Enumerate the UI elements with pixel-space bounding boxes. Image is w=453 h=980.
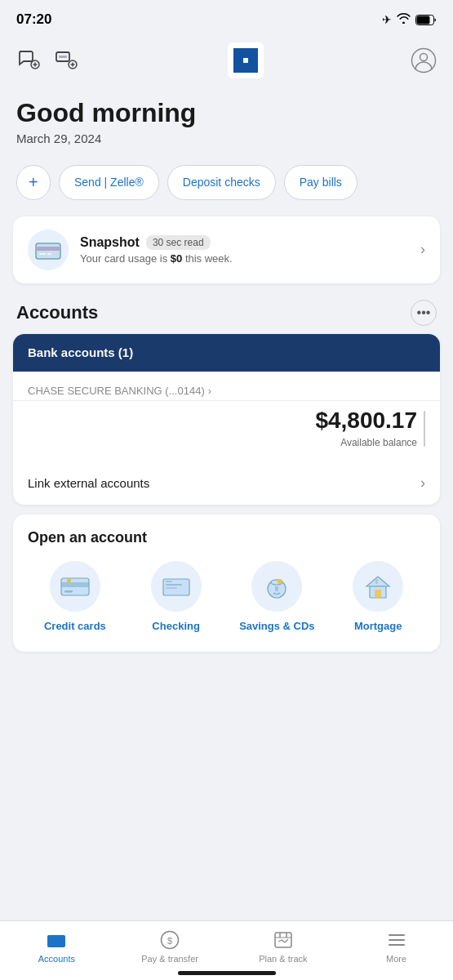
chase-logo: [228, 42, 264, 78]
link-external-label: Link external accounts: [28, 476, 149, 490]
pay-bills-button[interactable]: Pay bills: [284, 165, 358, 200]
svg-rect-41: [375, 579, 378, 584]
accounts-nav-icon: [46, 929, 67, 951]
svg-rect-1: [417, 16, 430, 24]
svg-rect-6: [59, 56, 67, 58]
status-time: 07:20: [16, 11, 51, 28]
svg-rect-44: [49, 942, 54, 944]
airplane-icon: ✈: [382, 13, 392, 26]
checking-icon: [151, 561, 202, 612]
greeting-text: Good morning: [16, 98, 437, 128]
plan-track-nav-label: Plan & track: [259, 954, 307, 964]
main-content: Snapshot 30 sec read Your card usage is …: [0, 210, 453, 742]
more-nav-icon: [386, 929, 407, 951]
open-account-title: Open an account: [28, 529, 425, 546]
savings-option[interactable]: Savings & CDs: [230, 561, 325, 634]
account-name: CHASE SECURE BANKING (...0144) ›: [28, 385, 425, 397]
accounts-section: Accounts ••• Bank accounts (1) CHASE SEC…: [13, 293, 440, 505]
account-balance: $4,800.17: [315, 408, 417, 434]
status-icons: ✈: [382, 13, 437, 26]
nav-left-icons: [16, 47, 80, 74]
snapshot-icon: [28, 229, 69, 270]
accounts-section-title: Accounts: [16, 302, 98, 323]
balance-divider: [424, 411, 425, 447]
snapshot-title: Snapshot 30 sec read: [80, 235, 233, 250]
action-bar: + Send | Zelle® Deposit checks Pay bills: [0, 152, 453, 210]
date-text: March 29, 2024: [16, 131, 437, 145]
credit-cards-option[interactable]: Credit cards: [28, 561, 122, 634]
svg-rect-24: [39, 253, 46, 255]
battery-icon: [415, 15, 437, 25]
nav-pay-transfer[interactable]: $ Pay & transfer: [113, 929, 227, 964]
mortgage-option[interactable]: Mortgage: [331, 561, 425, 634]
balance-label: Available balance: [315, 437, 417, 448]
bank-accounts-card: Bank accounts (1) CHASE SECURE BANKING (…: [13, 334, 440, 505]
open-account-card: Open an account Credit cards: [13, 514, 440, 652]
bank-accounts-header: Bank accounts (1): [13, 334, 440, 372]
wifi-icon: [397, 13, 411, 26]
svg-rect-23: [36, 247, 60, 251]
home-indicator: [178, 971, 276, 975]
savings-label: Savings & CDs: [239, 620, 314, 634]
account-row[interactable]: CHASE SECURE BANKING (...0144) ›: [13, 372, 440, 401]
svg-rect-27: [61, 582, 89, 587]
accounts-header: Accounts •••: [13, 293, 440, 334]
checking-option[interactable]: Checking: [129, 561, 224, 634]
plan-track-nav-icon: [273, 929, 294, 951]
account-balance-row: $4,800.17 Available balance: [13, 401, 440, 461]
pay-transfer-nav-label: Pay & transfer: [141, 954, 198, 964]
svg-rect-47: [275, 933, 291, 947]
pay-transfer-nav-icon: $: [159, 929, 180, 951]
snapshot-subtitle: Your card usage is $0 this week.: [80, 252, 233, 265]
link-external-row[interactable]: Link external accounts ›: [13, 461, 440, 505]
account-options: Credit cards Checking: [28, 561, 425, 634]
chat-icon[interactable]: [16, 47, 42, 74]
accounts-more-button[interactable]: •••: [411, 300, 437, 326]
add-button[interactable]: +: [16, 165, 51, 200]
svg-text:$: $: [167, 936, 172, 946]
svg-point-36: [278, 579, 282, 584]
svg-rect-31: [166, 584, 182, 586]
credit-cards-label: Credit cards: [44, 620, 106, 634]
deposit-checks-button[interactable]: Deposit checks: [167, 165, 276, 200]
send-zelle-button[interactable]: Send | Zelle®: [59, 165, 159, 200]
svg-rect-33: [166, 581, 172, 582]
accounts-nav-label: Accounts: [38, 954, 75, 964]
mortgage-icon: [353, 561, 403, 612]
svg-rect-37: [275, 586, 278, 591]
mortgage-label: Mortgage: [354, 620, 402, 634]
header: Good morning March 29, 2024: [0, 88, 453, 152]
nav-plan-track[interactable]: Plan & track: [227, 929, 340, 964]
credit-cards-icon: [50, 561, 100, 612]
svg-rect-19: [243, 58, 248, 63]
link-external-chevron-icon: ›: [420, 474, 425, 492]
account-settings-icon[interactable]: [54, 47, 80, 74]
savings-icon: [251, 561, 302, 612]
profile-icon[interactable]: [411, 47, 437, 74]
svg-point-21: [420, 54, 428, 61]
bank-accounts-label: Bank accounts (1): [28, 345, 133, 359]
svg-rect-43: [47, 938, 65, 942]
snapshot-chevron-icon: ›: [420, 241, 425, 258]
snapshot-card[interactable]: Snapshot 30 sec read Your card usage is …: [13, 216, 440, 283]
checking-label: Checking: [152, 620, 200, 634]
svg-rect-29: [67, 579, 71, 582]
svg-rect-32: [166, 587, 177, 589]
nav-more[interactable]: More: [340, 929, 453, 964]
svg-rect-25: [47, 253, 51, 255]
top-nav: [0, 36, 453, 88]
svg-rect-22: [36, 243, 60, 259]
more-nav-label: More: [386, 954, 406, 964]
snapshot-badge: 30 sec read: [146, 235, 211, 250]
nav-accounts[interactable]: Accounts: [0, 929, 113, 964]
status-bar: 07:20 ✈: [0, 0, 453, 36]
svg-rect-40: [375, 590, 381, 598]
svg-rect-28: [64, 590, 73, 593]
